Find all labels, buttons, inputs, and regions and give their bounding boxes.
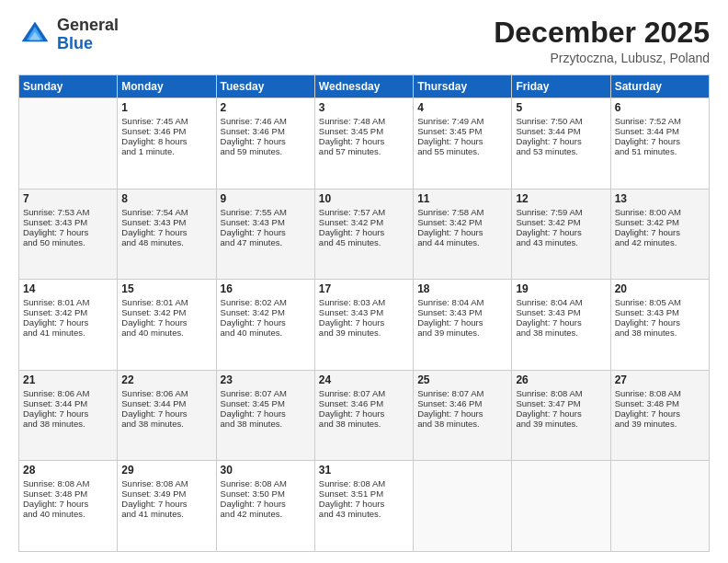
day-info: Daylight: 7 hours [516, 317, 606, 327]
day-info: and 53 minutes. [516, 146, 606, 156]
day-info: Daylight: 7 hours [516, 408, 606, 419]
day-info: and 40 minutes. [221, 327, 311, 338]
day-number: 24 [319, 373, 409, 386]
day-info: Sunset: 3:43 PM [516, 307, 606, 317]
day-info: Sunset: 3:46 PM [319, 398, 409, 408]
calendar-cell [512, 461, 610, 552]
day-info: and 50 minutes. [23, 237, 113, 247]
day-info: and 38 minutes. [319, 419, 409, 429]
day-info: Sunset: 3:42 PM [417, 217, 507, 227]
day-info: Daylight: 7 hours [319, 136, 409, 146]
day-number: 21 [23, 373, 113, 386]
day-info: Sunset: 3:43 PM [417, 307, 507, 317]
day-info: Sunset: 3:43 PM [121, 217, 211, 227]
day-info: Daylight: 7 hours [121, 408, 211, 419]
day-number: 11 [417, 192, 507, 205]
month-title: December 2025 [494, 17, 710, 49]
calendar-cell: 20Sunrise: 8:05 AMSunset: 3:43 PMDayligh… [610, 280, 709, 371]
calendar-cell: 14Sunrise: 8:01 AMSunset: 3:42 PMDayligh… [19, 280, 118, 371]
calendar-cell: 23Sunrise: 8:07 AMSunset: 3:45 PMDayligh… [216, 370, 314, 461]
logo-blue: Blue [57, 34, 93, 52]
day-info: and 39 minutes. [319, 327, 409, 338]
calendar-cell: 31Sunrise: 8:08 AMSunset: 3:51 PMDayligh… [314, 461, 413, 552]
day-info: and 40 minutes. [121, 327, 211, 338]
day-info: Daylight: 7 hours [221, 499, 311, 509]
calendar-header-thursday: Thursday [414, 75, 512, 98]
calendar-week-4: 21Sunrise: 8:06 AMSunset: 3:44 PMDayligh… [19, 370, 710, 461]
day-info: Daylight: 8 hours [121, 136, 211, 146]
day-info: Daylight: 7 hours [121, 499, 211, 509]
day-number: 16 [221, 282, 311, 295]
day-number: 30 [221, 464, 311, 477]
day-info: and 38 minutes. [221, 419, 311, 429]
calendar-cell: 30Sunrise: 8:08 AMSunset: 3:50 PMDayligh… [216, 461, 314, 552]
day-number: 9 [221, 192, 311, 205]
logo-general: General [57, 16, 119, 34]
day-info: Daylight: 7 hours [121, 227, 211, 237]
day-info: Daylight: 7 hours [417, 408, 507, 419]
day-number: 15 [121, 282, 211, 295]
day-info: and 44 minutes. [417, 237, 507, 247]
day-info: Sunrise: 8:07 AM [319, 388, 409, 398]
day-number: 8 [121, 192, 211, 205]
day-info: Daylight: 7 hours [23, 227, 113, 237]
location: Przytoczna, Lubusz, Poland [494, 51, 710, 65]
day-info: Sunset: 3:48 PM [23, 488, 113, 499]
day-info: Sunset: 3:45 PM [221, 398, 311, 408]
calendar-cell: 8Sunrise: 7:54 AMSunset: 3:43 PMDaylight… [118, 189, 216, 280]
day-number: 25 [417, 373, 507, 386]
day-info: Sunrise: 8:00 AM [615, 207, 705, 217]
calendar-cell: 12Sunrise: 7:59 AMSunset: 3:42 PMDayligh… [512, 189, 610, 280]
day-number: 23 [221, 373, 311, 386]
day-info: Sunrise: 8:06 AM [23, 388, 113, 398]
day-info: Sunrise: 7:58 AM [417, 207, 507, 217]
day-info: Sunset: 3:43 PM [221, 217, 311, 227]
day-number: 5 [516, 101, 606, 114]
calendar-header-tuesday: Tuesday [216, 75, 314, 98]
day-info: Daylight: 7 hours [516, 227, 606, 237]
day-info: and 43 minutes. [516, 237, 606, 247]
day-info: Sunrise: 8:08 AM [23, 478, 113, 488]
day-info: Sunset: 3:42 PM [121, 307, 211, 317]
day-info: Sunset: 3:44 PM [121, 398, 211, 408]
day-info: Daylight: 7 hours [221, 227, 311, 237]
day-info: Sunrise: 7:48 AM [319, 116, 409, 126]
day-info: Daylight: 7 hours [417, 136, 507, 146]
day-info: Daylight: 7 hours [319, 408, 409, 419]
day-info: and 43 minutes. [319, 509, 409, 519]
day-info: Daylight: 7 hours [615, 227, 705, 237]
day-info: and 38 minutes. [417, 419, 507, 429]
day-info: Sunrise: 7:52 AM [615, 116, 705, 126]
calendar-cell: 15Sunrise: 8:01 AMSunset: 3:42 PMDayligh… [118, 280, 216, 371]
day-info: Sunrise: 7:59 AM [516, 207, 606, 217]
day-info: Sunrise: 8:04 AM [516, 297, 606, 307]
logo-text: General Blue [57, 17, 119, 53]
calendar-header-sunday: Sunday [19, 75, 118, 98]
day-info: Sunset: 3:47 PM [516, 398, 606, 408]
day-info: Sunrise: 8:08 AM [319, 478, 409, 488]
calendar-header-monday: Monday [118, 75, 216, 98]
day-number: 20 [615, 282, 705, 295]
day-info: Daylight: 7 hours [417, 227, 507, 237]
day-info: Daylight: 7 hours [516, 136, 606, 146]
day-info: and 38 minutes. [121, 419, 211, 429]
calendar-cell: 11Sunrise: 7:58 AMSunset: 3:42 PMDayligh… [414, 189, 512, 280]
day-info: and 38 minutes. [615, 327, 705, 338]
day-info: Daylight: 7 hours [121, 317, 211, 327]
day-number: 10 [319, 192, 409, 205]
day-number: 19 [516, 282, 606, 295]
day-info: Sunrise: 8:08 AM [615, 388, 705, 398]
day-info: and 59 minutes. [221, 146, 311, 156]
day-info: Sunrise: 7:46 AM [221, 116, 311, 126]
day-info: Sunset: 3:51 PM [319, 488, 409, 499]
day-info: Sunrise: 8:07 AM [221, 388, 311, 398]
calendar-cell: 24Sunrise: 8:07 AMSunset: 3:46 PMDayligh… [314, 370, 413, 461]
calendar-header-friday: Friday [512, 75, 610, 98]
day-info: Sunrise: 8:02 AM [221, 297, 311, 307]
calendar-cell: 17Sunrise: 8:03 AMSunset: 3:43 PMDayligh… [314, 280, 413, 371]
day-info: Daylight: 7 hours [319, 499, 409, 509]
day-info: Sunset: 3:46 PM [417, 398, 507, 408]
day-info: Daylight: 7 hours [615, 408, 705, 419]
day-info: Daylight: 7 hours [319, 227, 409, 237]
day-info: Sunrise: 7:54 AM [121, 207, 211, 217]
